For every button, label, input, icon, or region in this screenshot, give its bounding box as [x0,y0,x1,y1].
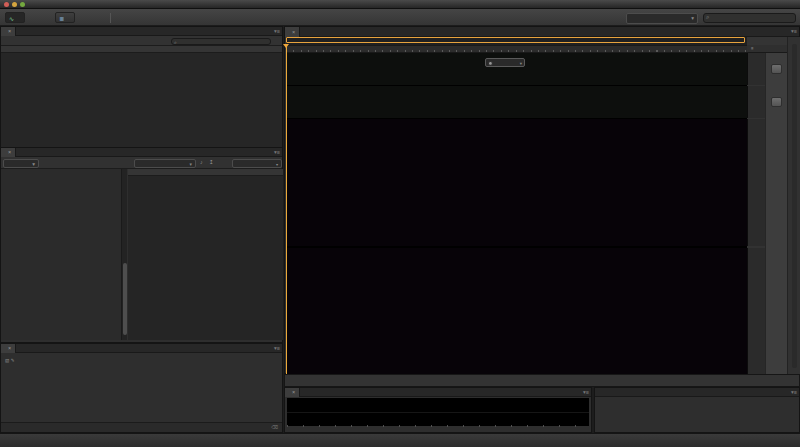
close-icon[interactable]: × [8,345,11,351]
navigator-view-box[interactable] [286,37,745,43]
tab-markers[interactable] [24,148,32,157]
playhead-marker-icon[interactable] [283,44,289,48]
files-column-headers [1,46,282,53]
timeline-ruler[interactable] [286,45,747,53]
files-search[interactable]: ⌕ [171,38,271,45]
media-browser-panel: × ▾≡ ▾ ▾ ♪ ↥ ▾ [0,147,283,343]
left-channel-button[interactable] [771,64,782,74]
right-channel-button[interactable] [771,97,782,107]
volume-hud[interactable]: ▾ [485,58,525,67]
trash-icon[interactable]: ⌫ [271,423,278,433]
import-to-files-icon[interactable]: ↥ [209,159,214,165]
amplitude-scale-right [747,86,765,118]
vertical-zoom-strip[interactable] [787,37,800,375]
panel-menu-icon[interactable]: ▾≡ [274,344,280,353]
history-footer: ⌫ [1,422,282,432]
frequency-scale-left [747,119,765,246]
panel-menu-icon[interactable]: ▾≡ [274,148,280,157]
status-bar [0,433,800,447]
filter-dropdown[interactable]: ▾ [232,159,282,168]
history-state-icon: ▧ [5,358,9,363]
chevron-down-icon: ▾ [190,160,192,169]
spectrogram-left-channel[interactable] [286,119,747,246]
history-panel: × ▾≡ ▧ ✎ ⌫ [0,343,283,433]
files-list [1,53,282,148]
edit-icon: ✎ [11,358,15,363]
contents-dropdown[interactable]: ▾ [134,159,196,168]
workspace-dropdown[interactable]: ▾ [626,13,698,24]
multitrack-mode-button[interactable]: ≣ [55,12,75,23]
panel-menu-icon[interactable]: ▾≡ [583,388,589,397]
folder-tree [1,169,121,340]
zoom-window-button[interactable] [20,2,25,7]
panel-menu-icon[interactable]: ▾≡ [791,388,797,397]
titlebar [0,0,800,9]
ruler-menu-icon[interactable]: ≡ [751,46,754,51]
close-window-button[interactable] [4,2,9,7]
panel-menu-icon[interactable]: ▾≡ [274,27,280,36]
chevron-down-icon: ▾ [32,160,35,169]
close-icon[interactable]: × [292,389,295,395]
tab-properties[interactable] [32,148,40,157]
close-icon[interactable]: × [8,149,11,155]
multitrack-icon: ≣ [59,15,64,24]
close-icon[interactable]: × [292,29,295,35]
toolbar-separator [110,13,111,23]
preview-audio-icon[interactable]: ♪ [200,159,203,165]
media-browser-subbar: ▾ ▾ ♪ ↥ ▾ [1,157,282,169]
tab-history[interactable]: × [1,344,16,353]
selection-view-table [595,399,799,432]
transport-bar [284,374,800,387]
tab-video[interactable] [16,344,24,353]
level-meter [287,398,589,426]
tab-levels[interactable]: × [285,388,300,397]
waveform-right-channel[interactable] [286,86,747,118]
tab-mixer[interactable] [305,27,313,37]
selection-view-panel: ▾≡ [594,387,800,433]
frequency-scale-right [747,248,765,375]
files-panel: × ▾≡ ⌕ [0,26,283,147]
channel-button-column [765,53,787,375]
media-list [128,169,283,340]
close-icon[interactable]: × [8,28,11,34]
search-icon: ⌕ [706,14,709,21]
search-icon: ⌕ [174,39,177,46]
spectrogram-right-channel[interactable] [286,248,747,375]
tab-files[interactable]: × [1,27,16,36]
levels-panel: × ▾≡ [284,387,592,433]
editor-tabs: × ▾≡ [285,27,799,37]
tab-effects-rack[interactable] [16,148,24,157]
editor-panel: × ▾≡ ≡ [284,26,800,374]
levels-panel-tabs: × ▾≡ [285,388,591,397]
app-toolbar: ∿ ≣ ▾ ⌕ [0,9,800,26]
selection-view-tabs: ▾≡ [595,388,799,397]
tree-scrollbar[interactable] [121,169,127,340]
waveform-mode-button[interactable]: ∿ [5,12,25,23]
drive-dropdown[interactable]: ▾ [3,159,39,168]
meter-scale [287,426,589,433]
chevron-down-icon: ▾ [520,60,522,68]
panel-menu-icon[interactable]: ▾≡ [791,27,797,36]
chevron-down-icon: ▾ [691,14,694,23]
minimize-window-button[interactable] [12,2,17,7]
files-search-input[interactable] [182,39,258,44]
files-toolbar: ⌕ [1,36,282,46]
chevron-down-icon: ▾ [276,160,278,169]
help-search-input[interactable] [714,14,785,22]
volume-knob-icon[interactable] [488,61,493,66]
playhead[interactable] [286,45,287,375]
help-search[interactable]: ⌕ [703,13,796,23]
waveform-icon: ∿ [9,15,14,24]
media-browser-tabs: × ▾≡ [1,148,282,157]
history-panel-tabs: × ▾≡ [1,344,282,353]
overview-navigator[interactable] [286,37,747,45]
tab-media-browser[interactable]: × [1,148,16,157]
media-list-headers [128,169,283,176]
vertical-scrollbar[interactable] [792,44,797,368]
adobe-audition-window: ∿ ≣ ▾ ⌕ × ▾≡ ⌕ [0,0,800,447]
history-item[interactable]: ▧ ✎ [5,357,14,363]
ruler-minor-ticks [286,50,747,52]
files-panel-tabs: × ▾≡ [1,27,282,36]
tab-editor[interactable]: × [285,27,300,37]
tab-favorites[interactable] [16,27,24,36]
